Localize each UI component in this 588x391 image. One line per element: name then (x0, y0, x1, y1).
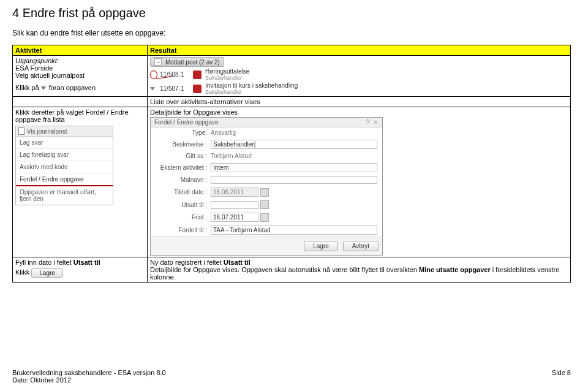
dropdown-arrow-icon[interactable] (150, 87, 155, 91)
context-menu: Vis journalpost Lag svar Lag foreløpig s… (15, 126, 113, 205)
page-heading: 4 Endre frist på oppgave (12, 6, 571, 20)
footer-page: Side 8 (552, 369, 571, 384)
frist-input[interactable]: 16.07.2011 (211, 213, 258, 222)
footer-title: Brukerveiledning saksbehandlere - ESA ve… (12, 369, 166, 376)
pdf-icon[interactable] (193, 70, 202, 79)
jp-id[interactable]: 11/508-1 (160, 71, 193, 78)
gitt-av-label: Gitt av : (156, 153, 211, 159)
malnavn-label: Malnavn : (156, 177, 211, 183)
fordelt-input[interactable]: TAA - Torbjørn Alstad (211, 226, 377, 235)
selected-marker-icon (150, 70, 157, 79)
menu-item-lag-svar[interactable]: Lag svar (16, 137, 113, 149)
menu-title[interactable]: Vis journalpost (16, 126, 113, 137)
ekstern-input[interactable]: Intern (211, 163, 377, 172)
row1-activity: Utgangspunkt: ESA Forside Velg aktuell j… (13, 56, 148, 97)
tildelt-input: 16.06.2011 (211, 188, 258, 197)
jp-title[interactable]: Høringsuttalelse (205, 68, 364, 75)
utsatt-input[interactable] (211, 201, 258, 209)
jp-title[interactable]: Invitasjon til kurs i saksbehandling (205, 82, 364, 89)
jp-sub: Saksbehandler (205, 75, 364, 81)
document-icon (18, 127, 24, 135)
row2-result: Liste over aktivitets-alternativer vises (148, 97, 571, 107)
col-resultat: Resultat (148, 45, 571, 56)
utsatt-label: Utsatt til : (156, 202, 211, 208)
fordelt-label: Fordelt til : (156, 227, 211, 233)
mottatt-post-label: Mottatt post (2 av 2) (165, 59, 220, 66)
lagre-button[interactable]: Lagre (304, 241, 338, 251)
lagre-button-inline[interactable]: Lagre (31, 268, 63, 278)
steps-table: Aktivitet Resultat Utgangspunkt: ESA For… (12, 45, 571, 283)
avbryt-button[interactable]: Avbryt (343, 241, 379, 251)
beskrivelse-input[interactable]: Saksbehandler| (211, 140, 377, 149)
dialog-help-close-icons[interactable]: ? × (366, 119, 379, 126)
fordel-endre-dialog: Fordel / Endre oppgave ? × Type:Ansvarli… (150, 117, 383, 256)
page-subheading: Slik kan du endre frist eller utsette en… (12, 29, 571, 37)
footer-date: Dato: Oktober 2012 (12, 376, 166, 384)
gitt-av-value: Torbjørn Alstad (211, 153, 252, 159)
mottatt-post-bar[interactable]: – Mottatt post (2 av 2) (150, 57, 224, 67)
klikk-pa-text: Klikk på foran oppgaven (15, 84, 145, 91)
row4-result: Ny dato registrert i feltet Utsatt til D… (148, 257, 571, 283)
row1-result: – Mottatt post (2 av 2) 11/508-1 Hørings… (148, 56, 571, 97)
row3-result: Detaljbilde for Oppgave vises Fordel / E… (148, 107, 571, 257)
row3-activity: Klikk deretter på valget Fordel / Endre … (13, 107, 148, 257)
col-aktivitet: Aktivitet (13, 45, 148, 56)
frist-label: Frist : (156, 214, 211, 221)
page-footer: Brukerveiledning saksbehandlere - ESA ve… (12, 369, 571, 384)
dropdown-arrow-icon (41, 86, 46, 90)
menu-item-lag-forelopig[interactable]: Lag foreløpig svar (16, 149, 113, 161)
velg-journalpost: Velg aktuell journalpost (15, 72, 145, 79)
type-value: Ansvarlig (211, 129, 236, 136)
jp-id[interactable]: 11/507-1 (160, 85, 193, 92)
jp-sub: Saksbehandler (205, 89, 364, 95)
pdf-icon[interactable] (193, 85, 202, 93)
menu-item-avskriv[interactable]: Avskriv med kode (16, 161, 113, 173)
row2-activity (13, 97, 148, 107)
type-label: Type: (156, 129, 211, 136)
calendar-icon[interactable] (260, 200, 269, 209)
esa-forside: ESA Forside (15, 64, 145, 72)
beskrivelse-label: Beskrivelse : (156, 141, 211, 148)
ekstern-label: Ekstern aktivitet : (156, 164, 211, 171)
tildelt-label: Tildelt dato : (156, 189, 211, 196)
utgangspunkt-label: Utgangspunkt: (15, 57, 145, 64)
calendar-icon[interactable] (260, 188, 269, 197)
row4-activity: Fyll inn dato i feltet Utsatt til Klikk … (13, 257, 148, 283)
journalpost-list: 11/508-1 Høringsuttalelse Saksbehandler … (150, 68, 568, 95)
malnavn-input[interactable] (211, 176, 377, 184)
menu-item-fordel-endre[interactable]: Fordel / Endre oppgave (16, 173, 113, 186)
menu-item-manuelt-utfort[interactable]: Oppgaven er manuelt utført, fjern den (16, 186, 113, 205)
dialog-title: Fordel / Endre oppgave (154, 119, 219, 126)
expand-icon[interactable]: – (154, 58, 162, 66)
calendar-icon[interactable] (260, 213, 269, 222)
